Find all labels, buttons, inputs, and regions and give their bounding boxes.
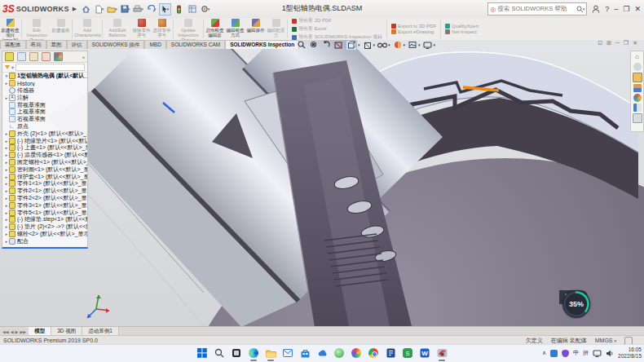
taskpane-custom-properties-icon[interactable] xyxy=(633,104,642,112)
ribbon-button-edit-operation[interactable]: 编辑操作 xyxy=(245,18,266,40)
home-icon[interactable] xyxy=(81,4,91,15)
file-explorer-icon[interactable] xyxy=(265,347,276,359)
panel-overflow-icon[interactable]: » xyxy=(82,55,85,60)
ribbon-button-launch-editor[interactable]: 启动检查编辑器 xyxy=(205,18,225,40)
tree-item-sensors[interactable]: 传感器 xyxy=(2,87,87,95)
save-icon[interactable]: ▾ xyxy=(120,4,130,15)
restore-button[interactable]: ❐ xyxy=(623,5,629,13)
tree-item-part[interactable]: ▸零件2<1> (默认<<默认>_显示状 xyxy=(2,188,87,195)
new-document-icon[interactable]: ▾ xyxy=(94,4,104,15)
taskpane-appearances-icon[interactable] xyxy=(633,94,642,102)
tree-item-part[interactable]: ▸零件1<1> (默认<<默认>_显示状态 xyxy=(2,180,87,188)
tree-item-part[interactable]: ▸(-) 上盖<1> (默认<<默认>_显示状 xyxy=(2,144,87,152)
view-settings-icon[interactable] xyxy=(423,41,433,50)
tab-sketch[interactable]: 草图 xyxy=(46,40,67,49)
doc-minimize-icon[interactable]: ─ xyxy=(615,40,620,46)
tree-item-part[interactable]: ▸螺栓<2> (默认<<默认>_显示状态 xyxy=(2,231,87,238)
doc-close-icon[interactable]: ✕ xyxy=(633,40,637,46)
tree-item-part[interactable]: ▸零件5<1> (默认<<默认>_显示状 xyxy=(2,209,87,216)
ime-language-indicator[interactable]: 中 xyxy=(573,349,579,357)
search-input[interactable]: ◎ 搜索 SOLIDWORKS 帮助 ▾ xyxy=(487,2,587,15)
mail-icon[interactable] xyxy=(282,347,293,359)
tray-shield-purple-icon[interactable] xyxy=(562,350,569,357)
displaymanager-tab-icon[interactable] xyxy=(54,52,63,61)
tree-item-top-plane[interactable]: 上视基准面 xyxy=(2,108,87,116)
taskpane-forum-icon[interactable] xyxy=(633,113,642,123)
chrome-icon[interactable] xyxy=(368,347,379,359)
tab-layout[interactable]: 布局 xyxy=(26,40,46,49)
search-icon[interactable] xyxy=(214,347,225,359)
doc-tile-icon[interactable]: ⊞ xyxy=(607,40,611,46)
previous-view-icon[interactable] xyxy=(321,41,331,50)
apply-scene-icon[interactable] xyxy=(408,41,417,50)
tree-root-item[interactable]: ▾ 1型铝轴热电偶 (默认<默认_显示状态-1 xyxy=(2,73,87,80)
tree-item-part[interactable]: ▸保护套<1> (默认<<默认>_显示状 xyxy=(2,173,87,180)
ribbon-button-update-inspection[interactable]: Update Inspection Project xyxy=(174,18,202,40)
tree-item-history[interactable]: ▸History xyxy=(2,80,87,87)
network-icon[interactable] xyxy=(593,350,602,357)
word-icon[interactable]: W xyxy=(419,347,430,359)
tab-assembly[interactable]: 装配体 xyxy=(0,40,26,49)
tree-item-annotations[interactable]: ▸A注解 xyxy=(2,94,87,101)
tree-item-origin[interactable]: ∟原点 xyxy=(2,123,87,130)
minimize-button[interactable]: – xyxy=(614,5,618,13)
tree-item-right-plane[interactable]: 右视基准面 xyxy=(2,116,87,123)
tab-inspection[interactable]: SOLIDWORKS Inspection xyxy=(225,40,299,49)
graphics-viewport[interactable] xyxy=(0,40,644,326)
status-tag-icon[interactable] xyxy=(624,337,633,345)
tray-shield-blue-icon[interactable] xyxy=(550,350,558,357)
rebuild-icon[interactable] xyxy=(174,4,184,15)
taskpane-resources-icon[interactable] xyxy=(633,63,642,71)
tree-item-part[interactable]: ▸零件3<1> (默认<<默认>_显示状 xyxy=(2,201,87,209)
tree-item-part[interactable]: ▸外壳 (2)<1> (默认<<默认>_显示状 xyxy=(2,130,87,137)
ribbon-button-remove-balloon[interactable]: 移除零件序号 xyxy=(131,18,152,40)
tree-item-mates[interactable]: ▸配合 xyxy=(2,237,87,245)
doc-cascade-icon[interactable]: ⊡ xyxy=(598,40,602,46)
ribbon-button-edit-method[interactable]: 编辑检查方式 xyxy=(225,18,245,40)
tree-item-part[interactable]: ▸密封圈<1> (默认<<默认>_显示状 xyxy=(2,166,87,173)
dictionary-icon[interactable] xyxy=(385,347,396,359)
view-orientation-icon[interactable] xyxy=(346,40,357,51)
edge-icon[interactable] xyxy=(248,347,259,359)
start-icon[interactable] xyxy=(196,347,208,359)
volume-icon[interactable] xyxy=(606,350,614,357)
zoom-area-icon[interactable] xyxy=(309,41,319,50)
tree-item-part[interactable]: ▸固定螺栓<1> (默认<<默认>_显示 xyxy=(2,159,87,166)
filter-input[interactable] xyxy=(15,64,85,71)
tab-mbd[interactable]: MBD xyxy=(144,40,165,49)
doc-restore-icon[interactable]: ❐ xyxy=(624,40,629,46)
ribbon-button-add-edit-balloons[interactable]: Add/Edit Balloons xyxy=(104,18,131,40)
color-wheel-icon[interactable] xyxy=(351,347,362,359)
taskpane-design-library-icon[interactable] xyxy=(633,73,642,82)
export-edrawing[interactable]: Export eDrawing xyxy=(391,29,436,34)
open-document-icon[interactable]: ▾ xyxy=(107,4,117,15)
onedrive-icon[interactable] xyxy=(316,347,328,359)
tab-cam[interactable]: SOLIDWORKS CAM xyxy=(166,40,225,49)
print-icon[interactable]: ▾ xyxy=(133,4,143,15)
filter-funnel-icon[interactable] xyxy=(5,65,10,69)
user-account-icon[interactable] xyxy=(592,5,600,13)
undo-icon[interactable]: ▾ xyxy=(146,4,157,15)
ribbon-button-edit-inspection[interactable]: Edit Inspection Project xyxy=(23,18,51,40)
solidworks-icon[interactable] xyxy=(436,347,448,359)
configurationmanager-tab-icon[interactable] xyxy=(29,52,38,61)
zoom-fit-icon[interactable] xyxy=(297,41,307,50)
hide-show-items-icon[interactable] xyxy=(377,41,387,50)
app-green-square-icon[interactable]: S xyxy=(402,347,413,359)
edit-appearance-icon[interactable] xyxy=(393,41,403,50)
filter-caret-icon[interactable]: ▾ xyxy=(11,64,14,70)
file-properties-icon[interactable] xyxy=(187,4,197,15)
help-button[interactable]: ? xyxy=(605,5,609,13)
ribbon-button-select-balloon[interactable]: 选择零件序号 xyxy=(152,18,172,40)
display-style-icon[interactable] xyxy=(363,41,373,50)
section-view-icon[interactable] xyxy=(333,41,343,50)
propertymanager-tab-icon[interactable] xyxy=(17,52,26,61)
taskpane-view-palette-icon[interactable] xyxy=(633,84,642,92)
menu-flyout-arrow-icon[interactable]: ▶ xyxy=(73,6,77,12)
tray-clock[interactable]: 16:05 2022/8/15 xyxy=(618,347,642,360)
tree-item-part[interactable]: ▸(-) 绝缘垫.step<1> (默认<<默认> xyxy=(2,216,87,223)
ribbon-button-new-spec[interactable]: 新建规格 xyxy=(51,18,71,40)
export-excel[interactable]: 导出至 Excel xyxy=(292,25,382,33)
tree-item-part[interactable]: ▸(-) 温度传感器<1> (默认<<默认>_ xyxy=(2,152,87,159)
task-view-icon[interactable] xyxy=(231,347,242,359)
